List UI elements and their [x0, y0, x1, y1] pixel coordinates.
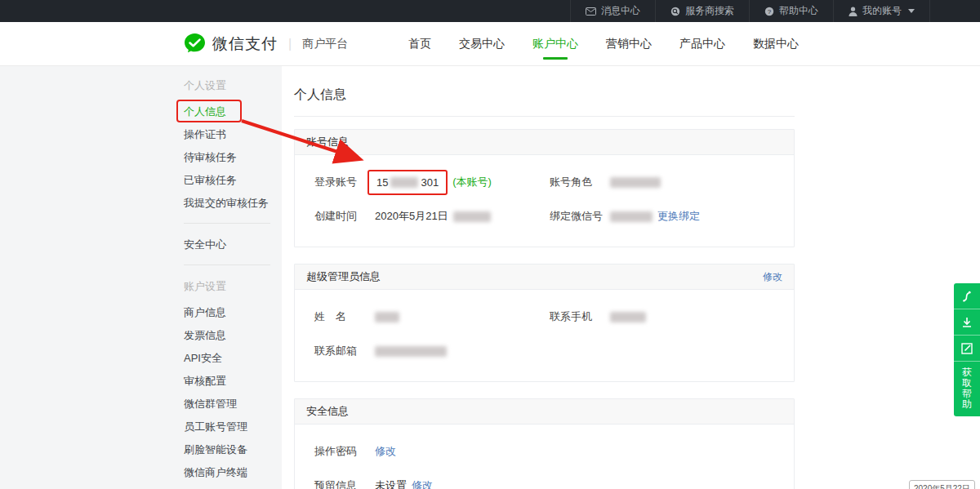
wechat-pay-logo-icon	[184, 33, 206, 55]
main-nav: 首页 交易中心 账户中心 营销中心 产品中心 数据中心	[408, 22, 799, 66]
sidebar-item-operation-cert[interactable]: 操作证书	[184, 128, 226, 141]
sidebar-item-wechat-group[interactable]: 微信群管理	[184, 398, 237, 411]
nav-product-center[interactable]: 产品中心	[679, 22, 725, 66]
brand-logo[interactable]: 微信支付 | 商户平台	[184, 33, 348, 55]
redacted-role-value	[610, 177, 661, 188]
sidebar-heading-personal-settings: 个人设置	[184, 79, 282, 92]
nav-trade-center[interactable]: 交易中心	[459, 22, 505, 66]
sidebar-item-api-security[interactable]: API安全	[184, 352, 222, 365]
question-icon: ?	[764, 7, 774, 16]
portal-name: 商户平台	[302, 37, 348, 51]
sidebar: 个人设置 个人信息 操作证书 待审核任务 已审核任务 我提交的审核任务 安全中心…	[0, 66, 282, 489]
account-info-section: 账号信息 登录账号 15 301 (本账号)	[294, 129, 795, 247]
download-icon[interactable]	[954, 309, 980, 336]
redacted-wechat-id	[610, 211, 653, 222]
admin-name-label: 姓 名	[314, 309, 375, 324]
sidebar-divider	[184, 223, 270, 224]
message-center-label: 消息中心	[601, 4, 640, 18]
sidebar-heading-account-settings: 账户设置	[184, 280, 282, 293]
super-admin-section: 超级管理员信息 修改 姓 名 联系手机	[294, 264, 795, 382]
my-account-menu[interactable]: 我的账号	[833, 0, 930, 22]
mail-icon	[586, 7, 596, 16]
brand-divider: |	[288, 37, 292, 51]
topbar-group: 消息中心 服务商搜索 ? 帮助中心 我的账号	[570, 0, 930, 22]
reserved-info-field: 预留信息 未设置 修改	[314, 478, 433, 489]
redacted-admin-name	[375, 312, 399, 322]
reserved-info-value: 未设置	[375, 478, 407, 489]
login-account-suffix: 301	[421, 176, 439, 189]
sidebar-item-review-config[interactable]: 审核配置	[184, 375, 226, 388]
red-annotation-box-login: 15 301	[368, 170, 448, 195]
admin-phone-label: 联系手机	[550, 309, 610, 324]
sidebar-item-face-devices[interactable]: 刷脸智能设备	[184, 443, 247, 456]
help-widget: 获取帮助	[954, 283, 980, 416]
security-info-section: 安全信息 操作密码 修改 预留信息 未设置	[294, 398, 795, 489]
sidebar-item-staff-accounts[interactable]: 员工账号管理	[184, 420, 247, 433]
redacted-admin-email	[375, 346, 447, 357]
bound-wechat-field: 绑定微信号 更换绑定	[550, 209, 700, 224]
edit-password-link[interactable]: 修改	[375, 444, 396, 459]
main-content: 个人信息 账号信息 登录账号 15	[282, 66, 980, 489]
created-time-label: 创建时间	[314, 209, 375, 224]
sidebar-item-merchant-info[interactable]: 商户信息	[184, 306, 226, 319]
login-account-label: 登录账号	[314, 175, 375, 189]
sidebar-item-merchant-terminal[interactable]: 微信商户终端	[184, 466, 247, 479]
sp-search-label: 服务商搜索	[685, 4, 734, 18]
sidebar-divider	[184, 265, 270, 265]
brand-name: 微信支付	[212, 33, 278, 55]
sidebar-item-label: 个人信息	[184, 105, 226, 118]
search-icon	[670, 7, 680, 16]
nav-home[interactable]: 首页	[408, 22, 431, 66]
sidebar-item-pending-review[interactable]: 待审核任务	[184, 151, 237, 164]
operation-password-field: 操作密码 修改	[314, 444, 396, 459]
created-time-value: 2020年5月21日	[375, 209, 448, 224]
section-header: 账号信息	[295, 130, 794, 155]
login-account-field: 登录账号 15 301 (本账号)	[314, 175, 550, 189]
section-header: 超级管理员信息 修改	[295, 265, 794, 290]
sp-search-button[interactable]: 服务商搜索	[655, 0, 749, 22]
admin-email-label: 联系邮箱	[314, 344, 375, 358]
header: 微信支付 | 商户平台 首页 交易中心 账户中心 营销中心 产品中心 数据中心	[0, 22, 980, 66]
sidebar-item-invoice-info[interactable]: 发票信息	[184, 329, 226, 342]
link-icon[interactable]	[954, 283, 980, 309]
feedback-icon[interactable]	[954, 336, 980, 362]
svg-text:?: ?	[768, 7, 772, 15]
admin-name-field: 姓 名	[314, 309, 550, 324]
redacted-created-time	[453, 211, 491, 222]
login-account-prefix: 15	[376, 176, 388, 189]
section-title: 超级管理员信息	[306, 269, 381, 284]
user-icon	[849, 7, 858, 16]
chevron-down-icon	[908, 9, 915, 13]
sidebar-item-personal-info[interactable]: 个人信息	[184, 105, 226, 118]
this-account-note: (本账号)	[452, 175, 492, 189]
my-account-label: 我的账号	[862, 4, 902, 18]
change-binding-link[interactable]: 更换绑定	[657, 209, 700, 224]
operation-password-label: 操作密码	[314, 444, 375, 459]
message-center-button[interactable]: 消息中心	[570, 0, 655, 22]
title-divider	[294, 116, 795, 117]
nav-data-center[interactable]: 数据中心	[753, 22, 799, 66]
nav-account-center[interactable]: 账户中心	[532, 22, 578, 66]
redacted-login-middle	[390, 177, 418, 188]
date-tooltip: 2020年5月22日	[909, 480, 975, 489]
get-help-button[interactable]: 获取帮助	[954, 362, 980, 416]
help-center-button[interactable]: ? 帮助中心	[749, 0, 833, 22]
admin-phone-field: 联系手机	[550, 309, 646, 324]
sidebar-item-reviewed[interactable]: 已审核任务	[184, 174, 237, 187]
created-time-field: 创建时间 2020年5月21日	[314, 209, 550, 224]
edit-reserved-info-link[interactable]: 修改	[412, 478, 433, 489]
reserved-info-label: 预留信息	[314, 478, 375, 489]
sidebar-item-my-submitted-review[interactable]: 我提交的审核任务	[184, 197, 269, 210]
section-header: 安全信息	[295, 399, 794, 425]
account-role-field: 账号角色	[550, 175, 661, 189]
get-help-label: 获取帮助	[962, 367, 973, 410]
page-title: 个人信息	[294, 87, 795, 104]
redacted-admin-phone	[610, 312, 646, 322]
bound-wechat-label: 绑定微信号	[550, 209, 610, 224]
nav-marketing-center[interactable]: 营销中心	[606, 22, 652, 66]
section-title: 账号信息	[306, 135, 349, 149]
edit-admin-link[interactable]: 修改	[763, 270, 782, 284]
page-body: 个人设置 个人信息 操作证书 待审核任务 已审核任务 我提交的审核任务 安全中心…	[0, 66, 980, 489]
sidebar-item-security-center[interactable]: 安全中心	[184, 238, 226, 251]
topbar: 消息中心 服务商搜索 ? 帮助中心 我的账号	[0, 0, 980, 22]
